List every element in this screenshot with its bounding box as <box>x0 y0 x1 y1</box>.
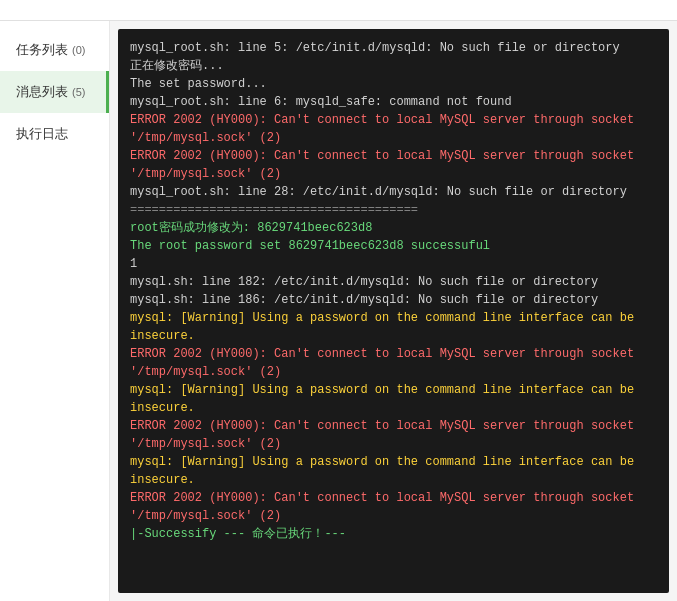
terminal-line: mysql_root.sh: line 28: /etc/init.d/mysq… <box>130 183 657 201</box>
terminal-line: root密码成功修改为: 8629741beec623d8 <box>130 219 657 237</box>
terminal-line: mysql: [Warning] Using a password on the… <box>130 309 657 327</box>
terminal-line: insecure. <box>130 471 657 489</box>
terminal-line: '/tmp/mysql.sock' (2) <box>130 507 657 525</box>
terminal-line: |-Successify --- 命令已执行！--- <box>130 525 657 543</box>
sidebar-badge-task-list: (0) <box>72 44 85 56</box>
terminal[interactable]: mysql_root.sh: line 5: /etc/init.d/mysql… <box>118 29 669 593</box>
terminal-line: '/tmp/mysql.sock' (2) <box>130 363 657 381</box>
terminal-line: insecure. <box>130 327 657 345</box>
main-layout: 任务列表(0)消息列表(5)执行日志 mysql_root.sh: line 5… <box>0 21 677 601</box>
terminal-line: '/tmp/mysql.sock' (2) <box>130 129 657 147</box>
sidebar-item-label-message-list: 消息列表 <box>16 83 68 101</box>
terminal-line: insecure. <box>130 399 657 417</box>
sidebar-item-task-list[interactable]: 任务列表(0) <box>0 29 109 71</box>
terminal-line: mysql.sh: line 186: /etc/init.d/mysqld: … <box>130 291 657 309</box>
terminal-line: ERROR 2002 (HY000): Can't connect to loc… <box>130 417 657 435</box>
terminal-line: mysql: [Warning] Using a password on the… <box>130 453 657 471</box>
terminal-line: ======================================== <box>130 201 657 219</box>
terminal-line: '/tmp/mysql.sock' (2) <box>130 165 657 183</box>
sidebar-item-message-list[interactable]: 消息列表(5) <box>0 71 109 113</box>
terminal-line: mysql_root.sh: line 5: /etc/init.d/mysql… <box>130 39 657 57</box>
terminal-line: mysql: [Warning] Using a password on the… <box>130 381 657 399</box>
sidebar-item-label-exec-log: 执行日志 <box>16 125 68 143</box>
sidebar-item-label-task-list: 任务列表 <box>16 41 68 59</box>
terminal-line: 正在修改密码... <box>130 57 657 75</box>
content-area: mysql_root.sh: line 5: /etc/init.d/mysql… <box>110 21 677 601</box>
terminal-line: ERROR 2002 (HY000): Can't connect to loc… <box>130 111 657 129</box>
sidebar-item-exec-log[interactable]: 执行日志 <box>0 113 109 155</box>
terminal-line: '/tmp/mysql.sock' (2) <box>130 435 657 453</box>
terminal-line: The set password... <box>130 75 657 93</box>
header <box>0 0 677 21</box>
terminal-line: ERROR 2002 (HY000): Can't connect to loc… <box>130 345 657 363</box>
sidebar-badge-message-list: (5) <box>72 86 85 98</box>
terminal-line: The root password set 8629741beec623d8 s… <box>130 237 657 255</box>
app-container: 任务列表(0)消息列表(5)执行日志 mysql_root.sh: line 5… <box>0 0 677 601</box>
terminal-line: mysql.sh: line 182: /etc/init.d/mysqld: … <box>130 273 657 291</box>
terminal-line: ERROR 2002 (HY000): Can't connect to loc… <box>130 489 657 507</box>
terminal-line: ERROR 2002 (HY000): Can't connect to loc… <box>130 147 657 165</box>
terminal-line: 1 <box>130 255 657 273</box>
sidebar: 任务列表(0)消息列表(5)执行日志 <box>0 21 110 601</box>
terminal-line: mysql_root.sh: line 6: mysqld_safe: comm… <box>130 93 657 111</box>
